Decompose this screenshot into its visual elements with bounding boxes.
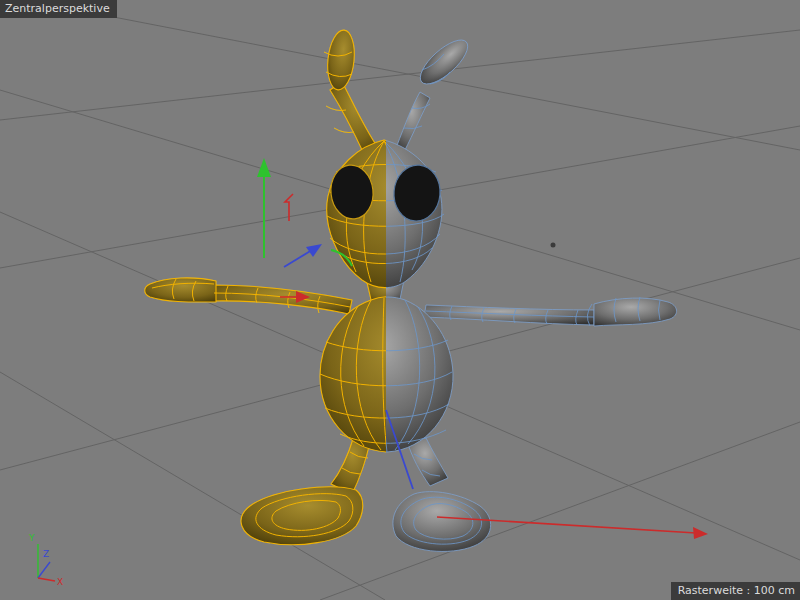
axis-x-label: X [57, 577, 63, 587]
axis-y-label: Y [28, 533, 35, 543]
y-axis-arrow[interactable] [257, 158, 271, 258]
character-mesh[interactable] [145, 29, 677, 552]
scene-point [551, 243, 556, 248]
view-name-label: Zentralperspektive [0, 0, 117, 18]
grid-size-status: Rasterweite : 100 cm [671, 582, 800, 600]
viewport-3d[interactable]: Y Z X Zentralperspektive Rasterweite : 1… [0, 0, 800, 600]
z-axis-arrow[interactable] [284, 244, 322, 267]
scene-svg: Y Z X [0, 0, 800, 600]
axis-z-label: Z [43, 549, 49, 559]
axis-orientation-indicator: Y Z X [28, 533, 63, 587]
